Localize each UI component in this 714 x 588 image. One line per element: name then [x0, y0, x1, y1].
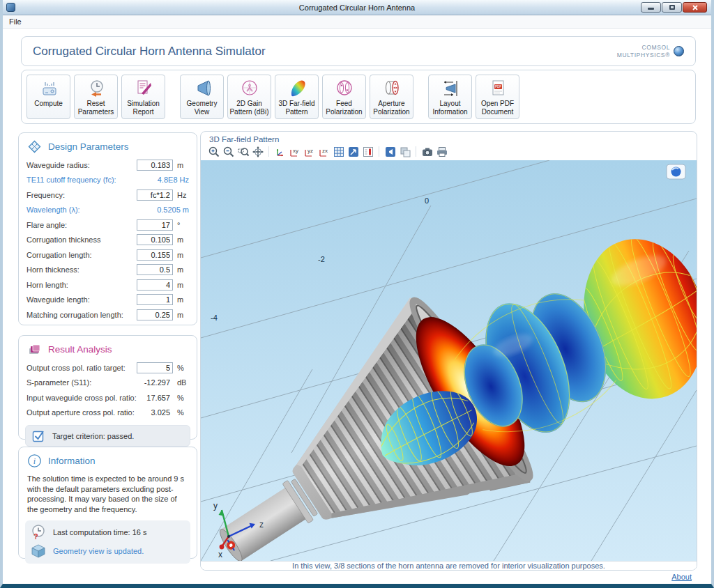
- axis-tick-minus4: -4: [211, 314, 218, 322]
- about-link[interactable]: About: [671, 573, 692, 581]
- camera-icon: [421, 146, 434, 158]
- toolbar-button-label: Open PDF Document: [476, 100, 519, 116]
- result-unit: dB: [177, 378, 189, 387]
- param-unit: m: [177, 265, 189, 274]
- simulation-report-button[interactable]: Simulation Report: [121, 75, 165, 119]
- param-unit: m: [177, 281, 189, 289]
- triad-z-label: z: [259, 520, 264, 529]
- compute-icon: [38, 78, 59, 99]
- open-pdf-button[interactable]: PDF Open PDF Document: [476, 75, 519, 119]
- param-label: Waveguide length:: [26, 295, 137, 304]
- zoom-in-icon: [208, 146, 220, 158]
- compute-button[interactable]: Compute: [26, 75, 70, 119]
- yz-view-label: yz: [307, 148, 313, 154]
- comsol-logo: COMSOL MULTIPHYSICS®: [617, 44, 684, 58]
- viewport-3d[interactable]: 0 -2 -4: [201, 160, 697, 561]
- minimize-button[interactable]: [641, 2, 661, 13]
- zoom-out-icon: [222, 146, 235, 158]
- frequency-input[interactable]: [137, 189, 173, 201]
- info-glyph: i: [33, 456, 36, 466]
- axis-orientation-button[interactable]: [346, 145, 360, 158]
- toolbar-button-label: Layout Information: [429, 100, 471, 116]
- maximize-icon: [669, 5, 675, 10]
- result-unit: %: [177, 364, 189, 372]
- close-button[interactable]: [683, 2, 707, 13]
- computation-time-icon: ?: [31, 524, 46, 541]
- last-computation-time: Last computation time: 16 s: [53, 528, 147, 536]
- matching-corrugation-length-input[interactable]: [137, 309, 173, 320]
- param-unit: m: [177, 311, 189, 319]
- xy-view-icon: xy: [289, 146, 301, 158]
- default-view-icon: [274, 146, 287, 158]
- result-label: S-parameter (S11):: [26, 378, 137, 387]
- param-unit: m: [177, 235, 189, 244]
- simulation-report-icon: [133, 78, 154, 99]
- check-icon: [32, 429, 45, 442]
- param-label: Frequency:: [26, 191, 137, 199]
- snapshot-button[interactable]: [420, 145, 434, 158]
- farfield-pattern-3d-button[interactable]: 3D Far-field Pattern: [275, 75, 319, 119]
- input-cross-pol-value: 17.657: [137, 394, 173, 402]
- geometry-view-status: Geometry view is updated.: [53, 547, 144, 555]
- graphics-title: 3D Far-field Pattern: [201, 132, 697, 144]
- param-unit: °: [177, 221, 189, 229]
- page-title: Corrugated Circular Horn Antenna Simulat…: [33, 45, 617, 59]
- transparency-button[interactable]: [397, 145, 412, 158]
- aperture-polarization-button[interactable]: Aperture Polarization: [370, 75, 413, 119]
- result-label: Output aperture cross pol. ratio:: [26, 408, 137, 417]
- param-label: Matching corrugation length:: [26, 311, 137, 319]
- result-label: Output cross pol. ratio target:: [26, 364, 137, 372]
- target-criterion-text: Target criterion: passed.: [52, 432, 134, 440]
- reset-parameters-icon: [86, 78, 107, 99]
- flare-angle-input[interactable]: [137, 219, 173, 231]
- color-legend-button[interactable]: [360, 145, 375, 158]
- app-window: Corrugated Circular Horn Antenna File Co…: [0, 0, 714, 588]
- brand-line2: MULTIPHYSICS®: [617, 52, 670, 59]
- waveguide-radius-input[interactable]: [137, 160, 173, 171]
- pdf-badge-text: PDF: [494, 85, 501, 88]
- window-title: Corrugated Circular Horn Antenna: [3, 3, 711, 12]
- show-grid-button[interactable]: [331, 145, 346, 158]
- result-label: Input waveguide cross pol. ratio:: [26, 394, 137, 402]
- zoom-in-button[interactable]: [206, 145, 221, 158]
- reset-parameters-button[interactable]: Reset Parameters: [74, 75, 118, 119]
- zoom-box-button[interactable]: [236, 145, 250, 158]
- zoom-extents-icon: [252, 146, 264, 158]
- geometry-view-button[interactable]: Geometry View: [180, 75, 224, 119]
- layout-information-button[interactable]: Layout Information: [428, 75, 472, 119]
- yz-view-button[interactable]: yz: [302, 145, 317, 158]
- menu-file[interactable]: File: [3, 15, 28, 28]
- maximize-button[interactable]: [662, 2, 682, 13]
- brand-line1: COMSOL: [617, 44, 670, 51]
- horn-length-input[interactable]: [137, 279, 173, 291]
- scene-light-button[interactable]: [383, 145, 397, 158]
- information-title: Information: [48, 456, 96, 466]
- zoom-extents-button[interactable]: [250, 145, 265, 158]
- xy-view-label: xy: [293, 148, 298, 154]
- corrugation-thickness-input[interactable]: [137, 234, 173, 245]
- reset-view-button[interactable]: [667, 164, 685, 179]
- xy-view-button[interactable]: xy: [287, 145, 302, 158]
- print-button[interactable]: [434, 145, 449, 158]
- feed-polarization-button[interactable]: Feed Polarization: [322, 75, 366, 119]
- axis-tick-0: 0: [425, 196, 429, 205]
- horn-thickness-input[interactable]: [137, 264, 173, 275]
- default-view-button[interactable]: [273, 145, 287, 158]
- result-unit: %: [177, 394, 189, 402]
- zoom-out-button[interactable]: [221, 145, 236, 158]
- feed-polarization-icon: [334, 78, 355, 99]
- toolbar-button-label: Simulation Report: [122, 100, 165, 116]
- param-unit: Hz: [177, 191, 189, 199]
- cross-pol-target-input[interactable]: [137, 362, 173, 373]
- target-criterion-status: Target criterion: passed.: [25, 425, 190, 447]
- result-analysis-title: Result Analysis: [48, 344, 112, 355]
- result-unit: %: [177, 408, 189, 417]
- corrugation-length-input[interactable]: [137, 249, 173, 261]
- toolbar-separator: [416, 146, 416, 157]
- transparency-icon: [399, 146, 411, 158]
- gain-pattern-2d-button[interactable]: 2D Gain Pattern (dBi): [227, 75, 271, 119]
- param-label: Horn thickness:: [26, 265, 137, 274]
- s11-value: -12.297: [137, 378, 173, 387]
- waveguide-length-input[interactable]: [137, 294, 173, 305]
- zx-view-button[interactable]: zx: [317, 145, 331, 158]
